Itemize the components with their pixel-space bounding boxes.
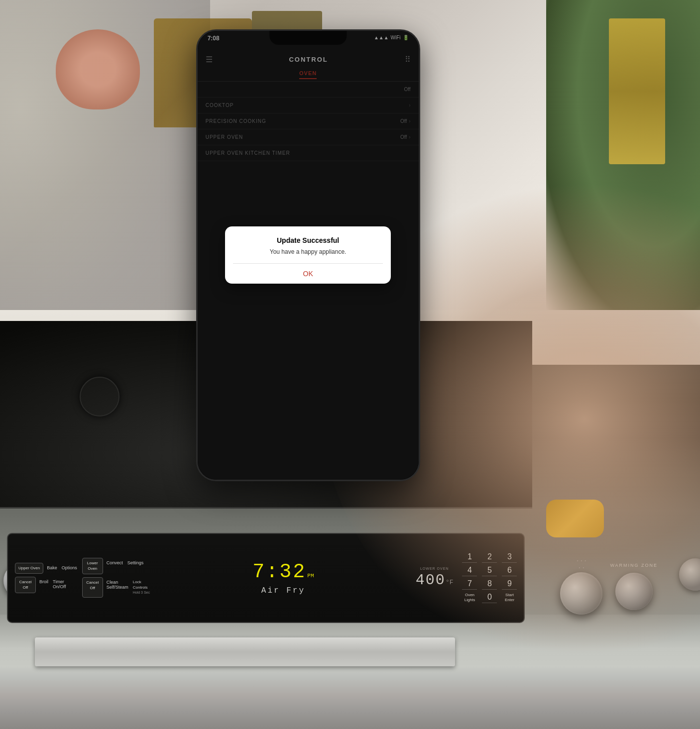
warming-zone-label: WARMING ZONE <box>610 563 658 568</box>
time-display-container: 7:32 PM <box>252 561 314 583</box>
cancel-off-lower-button[interactable]: CancelOff <box>82 577 103 598</box>
stove-lower-frame <box>0 615 700 729</box>
settings-button[interactable]: Settings <box>126 558 145 574</box>
alert-message: You have a happy appliance. <box>233 248 383 255</box>
temp-unit: °F <box>446 579 454 586</box>
key-oven-lights[interactable]: OvenLights <box>462 593 477 603</box>
bake-button[interactable]: Bake <box>46 563 58 574</box>
key-8[interactable]: 8 <box>482 579 497 590</box>
oven-buttons-left: Upper Oven Bake Options CancelOff Broil … <box>15 563 78 593</box>
temp-display-area: LOWER OVEN 400 °F <box>416 567 454 589</box>
broil-button[interactable]: Broil <box>38 577 49 593</box>
key-start-enter[interactable]: StartEnter <box>502 593 517 603</box>
temp-value: 400 <box>416 572 446 589</box>
phone-mockup: 7:08 ▲▲▲ WiFi 🔋 ☰ CONTROL ⠿ OVEN Off COO… <box>196 29 420 481</box>
panel-display-area: 7:32 PM Air Fry <box>155 561 412 595</box>
upper-oven-button[interactable]: Upper Oven <box>15 563 43 574</box>
key-0[interactable]: 0 <box>482 593 497 603</box>
key-4[interactable]: 4 <box>462 566 477 576</box>
oven-buttons-right: LowerOven Convect Settings CancelOff Cle… <box>82 558 151 598</box>
cancel-off-upper-button[interactable]: CancelOff <box>15 577 36 593</box>
key-2[interactable]: 2 <box>482 552 497 563</box>
alert-overlay: Update Successful You have a happy appli… <box>198 31 419 480</box>
right-knob-group: WARMING ZONE <box>610 563 658 610</box>
knob-area: ••• •• WARMING ZONE <box>525 558 693 615</box>
left-knob-group: ••• •• <box>560 558 602 615</box>
time-suffix: PM <box>307 573 314 579</box>
key-5[interactable]: 5 <box>482 566 497 576</box>
lock-controls-button[interactable]: LockControlsHold 3 Sec <box>132 577 151 598</box>
key-9[interactable]: 9 <box>502 579 517 590</box>
time-display: 7:32 <box>252 561 306 583</box>
phone-screen: 7:08 ▲▲▲ WiFi 🔋 ☰ CONTROL ⠿ OVEN Off COO… <box>198 31 419 480</box>
convect-button[interactable]: Convect <box>106 558 124 574</box>
burner-left <box>80 377 119 417</box>
dot-row: ••• <box>577 558 586 563</box>
key-3[interactable]: 3 <box>502 552 517 563</box>
numpad-container: 1 2 3 4 5 6 7 8 9 OvenLights 0 StartEnte… <box>462 552 517 603</box>
clean-button[interactable]: CleanSelf/Steam <box>106 577 129 598</box>
lower-oven-button[interactable]: LowerOven <box>82 558 103 574</box>
far-right-knob[interactable] <box>679 558 700 591</box>
oven-handle[interactable] <box>35 637 455 666</box>
options-button[interactable]: Options <box>61 563 78 574</box>
key-7[interactable]: 7 <box>462 579 477 590</box>
main-knob-left[interactable] <box>560 572 602 615</box>
terracotta-bowl <box>56 29 140 109</box>
control-panel: Upper Oven Bake Options CancelOff Broil … <box>7 533 525 623</box>
temp-value-container: 400 °F <box>416 572 454 589</box>
timer-on-off-button[interactable]: TimerOn/Off <box>52 577 67 593</box>
alert-dialog: Update Successful You have a happy appli… <box>225 226 391 284</box>
alert-title: Update Successful <box>233 236 383 244</box>
key-1[interactable]: 1 <box>462 552 477 563</box>
lower-oven-temp-label: LOWER OVEN <box>420 567 449 570</box>
far-right-knob-area <box>664 558 697 591</box>
key-6[interactable]: 6 <box>502 566 517 576</box>
mode-display: Air Fry <box>261 586 305 595</box>
dot-row2: •• <box>579 565 584 570</box>
alert-ok-button[interactable]: OK <box>233 264 383 284</box>
gold-canister <box>609 18 665 164</box>
main-knob-right[interactable] <box>615 573 653 610</box>
